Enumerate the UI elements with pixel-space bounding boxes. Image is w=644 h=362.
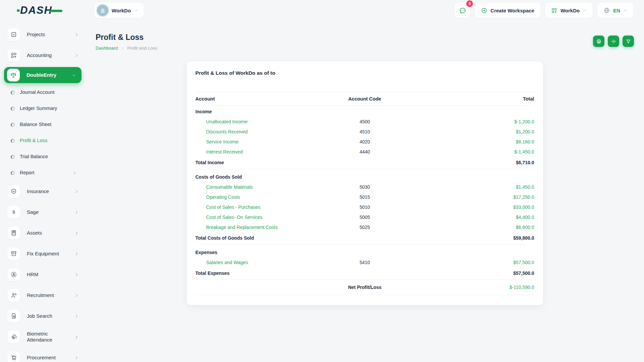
sidebar-item-insurance[interactable]: Insurance (0, 181, 86, 202)
sidebar-item-accounting[interactable]: Accounting (0, 45, 86, 66)
sidebar-subitem-trial-balance[interactable]: Trial Balance (0, 149, 86, 165)
sidebar-subitem-report[interactable]: Report (0, 165, 86, 181)
section-total-label: Total Income (196, 157, 309, 169)
account-code: 5030 (308, 182, 421, 192)
page-header: Profit & Loss Dashboard Profit and Loss (96, 33, 634, 51)
account-row-service-income: Service Income4020$8,160.0 (196, 137, 534, 147)
account-total: $4,400.0 (421, 212, 534, 222)
sidebar-item-label: Insurance (27, 188, 70, 194)
chevron-down-icon (623, 8, 627, 12)
workspace-selector[interactable]: WorkDo (95, 3, 144, 18)
ring-bullet-icon (11, 90, 15, 95)
account-code: 5410 (308, 257, 421, 267)
code-icon (611, 39, 616, 44)
chevron-right-icon (72, 171, 77, 175)
checkbox-icon (7, 28, 20, 41)
sidebar-item-biometric-attendance[interactable]: Biometric Attendance (0, 326, 86, 347)
filter-button[interactable] (623, 36, 634, 47)
section-name: Costs of Goods Sold (196, 169, 534, 182)
sidebar-item-label: DoubleEntry (26, 72, 69, 78)
create-workspace-button[interactable]: Create Workspace (475, 3, 540, 18)
sidebar-item-assets[interactable]: Assets (0, 223, 86, 243)
printer-icon (596, 39, 602, 44)
ring-bullet-icon (11, 107, 15, 111)
section-total-value: $59,800.0 (421, 232, 534, 245)
account-total: $-1,450.0 (421, 147, 534, 157)
export-button[interactable] (608, 36, 619, 47)
empty-cell (196, 280, 309, 295)
dash-logo[interactable]: DASH (20, 4, 62, 16)
account-row-cost-of-sales-purchases: Cost of Sales - Purchases5010$33,000.0 (196, 202, 534, 212)
chevron-right-icon (74, 273, 79, 277)
chat-icon (459, 7, 467, 14)
account-link[interactable]: Salaries and Wages (196, 257, 309, 267)
sidebar-subitem-balance-sheet[interactable]: Balance Sheet (0, 117, 86, 133)
archive-box-icon (7, 247, 20, 260)
workspace-dropdown[interactable]: WorkDo (545, 3, 593, 18)
grid-plus-icon (7, 49, 20, 62)
chevron-right-icon (74, 189, 79, 194)
shield-check-icon (7, 185, 20, 198)
account-link[interactable]: Consumable Materials (196, 182, 309, 192)
breadcrumb-dashboard-link[interactable]: Dashboard (96, 46, 118, 51)
profit-loss-table: AccountAccount CodeTotal IncomeUnallocat… (196, 92, 534, 295)
account-link[interactable]: Unallocated Income (196, 117, 309, 127)
sidebar-nav: ProjectsAccountingDoubleEntryJournal Acc… (0, 21, 86, 362)
account-link[interactable]: Operating Costs (196, 192, 309, 202)
logo-bar (50, 10, 62, 12)
sidebar-item-hrm[interactable]: HRM (0, 264, 86, 285)
account-link[interactable]: Breakage and Replacement Costs (196, 222, 309, 232)
sidebar-subitem-label: Balance Sheet (20, 122, 67, 127)
sidebar-subitem-label: Report (20, 170, 67, 176)
ring-bullet-icon (11, 123, 15, 127)
account-total: $33,000.0 (421, 202, 534, 212)
sidebar-item-label: Biometric Attendance (27, 331, 70, 343)
sidebar-item-label: HRM (27, 272, 70, 278)
print-button[interactable] (593, 36, 604, 47)
sidebar-item-job-search[interactable]: Job Search (0, 306, 86, 326)
section-total-label: Total Costs of Goods Sold (196, 232, 309, 245)
section-header-costs-of-goods-sold: Costs of Goods Sold (196, 169, 534, 182)
chevron-right-icon (74, 33, 79, 37)
sidebar-subitem-journal-account[interactable]: Journal Account (0, 84, 86, 101)
sidebar-item-projects[interactable]: Projects (0, 24, 86, 45)
section-total-income: Total Income$6,710.0 (196, 157, 534, 169)
sidebar-item-fix-equipment[interactable]: Fix Equipment (0, 243, 86, 264)
logo-text: DASH (20, 4, 52, 16)
account-link[interactable]: Interest Received (196, 147, 309, 157)
empty-cell (308, 157, 421, 169)
letter-s-icon: S (7, 206, 20, 219)
sidebar-item-doubleentry[interactable]: DoubleEntry (4, 67, 82, 83)
section-total-costs-of-goods-sold: Total Costs of Goods Sold$59,800.0 (196, 232, 534, 245)
language-dropdown[interactable]: EN (597, 3, 633, 18)
sidebar-item-label: Projects (27, 32, 70, 38)
globe-icon (603, 7, 610, 14)
chevron-right-icon (74, 293, 79, 298)
section-total-label: Total Expenses (196, 267, 309, 280)
sidebar-subitem-profit-loss[interactable]: Profit & Loss (0, 133, 86, 149)
account-link[interactable]: Cost of Sales - Purchases (196, 202, 309, 212)
section-name: Expenses (196, 245, 534, 258)
sidebar-item-label: Procurement (27, 355, 70, 361)
sidebar-item-procurement[interactable]: Procurement (0, 347, 86, 362)
chevron-down-icon (72, 73, 76, 77)
account-total: $57,500.0 (421, 257, 534, 267)
section-total-value: $57,500.0 (421, 267, 534, 280)
account-link[interactable]: Service Income (196, 137, 309, 147)
sidebar-subitem-ledger-summary[interactable]: Ledger Summary (0, 101, 86, 117)
chevron-right-icon (74, 252, 79, 256)
account-code: 5025 (308, 222, 421, 232)
page-title: Profit & Loss (96, 33, 157, 42)
account-code: 4440 (308, 147, 421, 157)
account-link[interactable]: Discounts Received (196, 127, 309, 137)
sidebar-item-label: Accounting (27, 52, 70, 58)
sidebar-item-sage[interactable]: SSage (0, 202, 86, 223)
sidebar-item-recruitment[interactable]: Recruitment (0, 285, 86, 306)
messages-button[interactable]: 0 (455, 3, 470, 18)
scales-icon (7, 69, 20, 81)
account-link[interactable]: Cost of Sales- On Services (196, 212, 309, 222)
sidebar-item-label: Sage (27, 209, 70, 215)
plus-circle-icon (481, 7, 487, 14)
breadcrumb: Dashboard Profit and Loss (96, 46, 157, 51)
account-code: 4500 (308, 117, 421, 127)
